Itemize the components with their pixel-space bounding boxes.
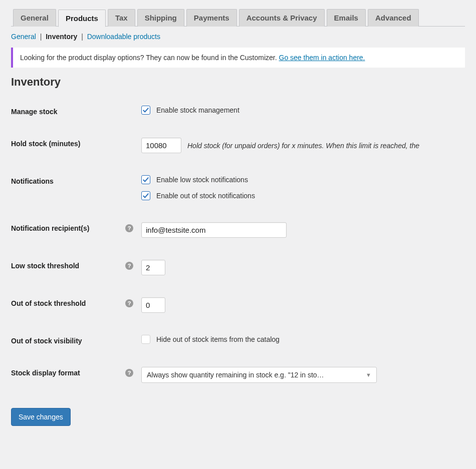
help-icon[interactable]: ? bbox=[125, 262, 133, 270]
display-format-select[interactable]: Always show quantity remaining in stock … bbox=[141, 367, 377, 383]
tab-emails[interactable]: Emails bbox=[327, 9, 366, 27]
subnav-inventory: Inventory bbox=[46, 33, 77, 41]
help-icon[interactable]: ? bbox=[125, 299, 133, 307]
settings-tabs: General Products Tax Shipping Payments A… bbox=[11, 0, 465, 27]
notice-text: Looking for the product display options?… bbox=[20, 54, 279, 62]
notifications-label: Notifications bbox=[11, 175, 141, 185]
help-icon[interactable]: ? bbox=[125, 224, 133, 232]
out-stock-notify-checkbox[interactable] bbox=[141, 191, 150, 200]
manage-stock-checkbox-label: Enable stock management bbox=[156, 106, 240, 114]
recipients-input[interactable] bbox=[141, 222, 287, 238]
chevron-down-icon: ▼ bbox=[366, 372, 371, 378]
hold-stock-help: Hold stock (for unpaid orders) for x min… bbox=[187, 142, 419, 150]
tab-tax[interactable]: Tax bbox=[108, 9, 135, 27]
inventory-form: Manage stock Enable stock management Hol… bbox=[11, 106, 465, 383]
out-stock-notify-label: Enable out of stock notifications bbox=[156, 192, 255, 200]
subnav-downloadable[interactable]: Downloadable products bbox=[87, 33, 160, 41]
low-threshold-label: Low stock threshold bbox=[11, 262, 79, 270]
tab-accounts-privacy[interactable]: Accounts & Privacy bbox=[239, 9, 325, 27]
recipients-label: Notification recipient(s) bbox=[11, 224, 89, 232]
subnav-separator: | bbox=[40, 33, 42, 41]
save-button[interactable]: Save changes bbox=[11, 408, 71, 426]
tab-payments[interactable]: Payments bbox=[186, 9, 237, 27]
low-threshold-input[interactable] bbox=[141, 260, 165, 275]
out-visibility-checkbox-label: Hide out of stock items from the catalog bbox=[156, 335, 280, 343]
out-threshold-label: Out of stock threshold bbox=[11, 299, 86, 307]
out-threshold-input[interactable] bbox=[141, 297, 165, 313]
out-visibility-checkbox[interactable] bbox=[141, 335, 150, 344]
hold-stock-label: Hold stock (minutes) bbox=[11, 138, 141, 148]
low-stock-notify-checkbox[interactable] bbox=[141, 175, 150, 184]
page-title: Inventory bbox=[11, 76, 465, 89]
tab-general[interactable]: General bbox=[13, 9, 56, 27]
customizer-notice: Looking for the product display options?… bbox=[11, 48, 465, 68]
manage-stock-label: Manage stock bbox=[11, 106, 141, 116]
tab-products[interactable]: Products bbox=[58, 10, 106, 27]
notice-link[interactable]: Go see them in action here. bbox=[279, 54, 365, 62]
hold-stock-input[interactable] bbox=[141, 138, 181, 153]
low-stock-notify-label: Enable low stock notifications bbox=[156, 176, 248, 184]
manage-stock-checkbox[interactable] bbox=[141, 106, 150, 115]
subnav-general[interactable]: General bbox=[11, 33, 36, 41]
help-icon[interactable]: ? bbox=[125, 369, 133, 377]
out-visibility-label: Out of stock visibility bbox=[11, 335, 141, 345]
tab-advanced[interactable]: Advanced bbox=[368, 9, 419, 27]
subnav-separator: | bbox=[81, 33, 83, 41]
display-format-value: Always show quantity remaining in stock … bbox=[147, 371, 324, 379]
products-subnav: General | Inventory | Downloadable produ… bbox=[11, 26, 465, 48]
tab-shipping[interactable]: Shipping bbox=[137, 9, 184, 27]
display-format-label: Stock display format bbox=[11, 369, 80, 377]
